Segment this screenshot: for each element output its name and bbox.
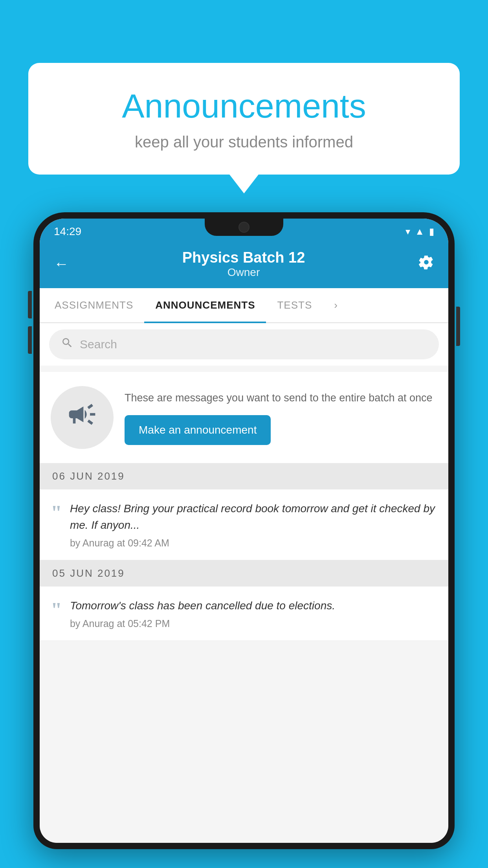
battery-icon: ▮ [429, 226, 434, 237]
tabs-bar: ASSIGNMENTS ANNOUNCEMENTS TESTS › [40, 288, 448, 323]
megaphone-icon [66, 399, 98, 436]
quote-icon-2: " [51, 600, 62, 629]
phone-screen: 14:29 ▾ ▲ ▮ ← Physics Batch 12 Owner [40, 219, 448, 843]
phone-notch [205, 219, 283, 236]
announcement-entry-2[interactable]: " Tomorrow's class has been cancelled du… [40, 587, 448, 641]
search-bar-wrap: Search [40, 323, 448, 366]
date-divider-2: 05 JUN 2019 [40, 560, 448, 587]
search-placeholder: Search [80, 338, 117, 351]
signal-icon: ▲ [415, 226, 424, 237]
quote-icon-1: " [51, 503, 62, 549]
entry-content-2: Tomorrow's class has been cancelled due … [70, 598, 437, 629]
announcement-empty-card: These are messages you want to send to t… [40, 372, 448, 463]
speech-bubble-section: Announcements keep all your students inf… [28, 63, 460, 175]
tab-announcements[interactable]: ANNOUNCEMENTS [144, 288, 266, 322]
tab-tests[interactable]: TESTS [266, 288, 323, 322]
wifi-icon: ▾ [405, 226, 410, 237]
announcement-description: These are messages you want to send to t… [125, 390, 437, 406]
status-icons: ▾ ▲ ▮ [405, 226, 434, 237]
volume-up-button [28, 291, 32, 318]
settings-icon[interactable] [418, 254, 434, 274]
header-subtitle: Owner [182, 266, 305, 279]
screen-content: Search These are messages you want to se… [40, 323, 448, 843]
make-announcement-button[interactable]: Make an announcement [125, 415, 271, 445]
volume-down-button [28, 326, 32, 354]
megaphone-circle [51, 386, 114, 449]
search-icon [61, 337, 73, 352]
entry-text-1: Hey class! Bring your practical record b… [70, 500, 437, 533]
bubble-title: Announcements [60, 86, 428, 125]
front-camera [238, 222, 250, 233]
announcement-right: These are messages you want to send to t… [125, 390, 437, 445]
announcement-entry-1[interactable]: " Hey class! Bring your practical record… [40, 489, 448, 560]
speech-bubble: Announcements keep all your students inf… [28, 63, 460, 175]
tab-more[interactable]: › [323, 288, 349, 322]
search-bar[interactable]: Search [49, 329, 439, 359]
entry-text-2: Tomorrow's class has been cancelled due … [70, 598, 437, 614]
date-divider-1: 06 JUN 2019 [40, 463, 448, 489]
phone-body: 14:29 ▾ ▲ ▮ ← Physics Batch 12 Owner [33, 212, 455, 849]
bubble-subtitle: keep all your students informed [60, 133, 428, 151]
tab-assignments[interactable]: ASSIGNMENTS [44, 288, 144, 322]
power-button [456, 307, 460, 346]
header-center: Physics Batch 12 Owner [182, 249, 305, 279]
phone-wrapper: 14:29 ▾ ▲ ▮ ← Physics Batch 12 Owner [33, 212, 455, 868]
entry-author-1: by Anurag at 09:42 AM [70, 537, 437, 549]
status-time: 14:29 [54, 225, 81, 238]
entry-author-2: by Anurag at 05:42 PM [70, 618, 437, 629]
header-title: Physics Batch 12 [182, 249, 305, 266]
entry-content-1: Hey class! Bring your practical record b… [70, 500, 437, 549]
back-button[interactable]: ← [54, 256, 69, 272]
app-header: ← Physics Batch 12 Owner [40, 241, 448, 288]
